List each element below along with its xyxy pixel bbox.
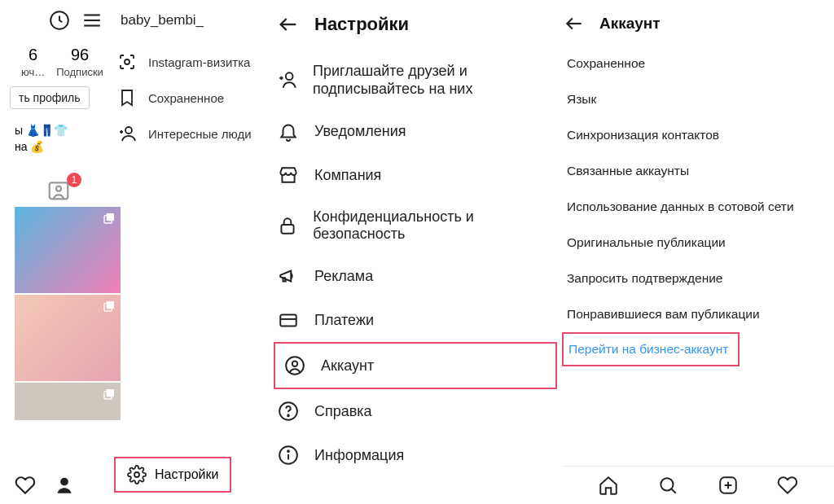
settings-menu-item[interactable]: Настройки (114, 457, 231, 493)
stat-following[interactable]: 96 Подписки (56, 46, 103, 78)
settings-invite[interactable]: Приглашайте друзей и подписывайтесь на н… (269, 50, 562, 109)
svg-point-14 (125, 127, 132, 134)
menu-discover[interactable]: Интересные люди (114, 116, 277, 151)
back-icon[interactable] (564, 13, 585, 34)
multi-post-icon (103, 388, 116, 401)
account-original[interactable]: Оригинальные публикации (562, 225, 834, 261)
svg-rect-8 (107, 301, 114, 309)
svg-point-12 (60, 478, 68, 486)
settings-title: Настройки (314, 14, 409, 35)
username[interactable]: baby_bembi_ (121, 12, 204, 28)
stat-posts[interactable]: 6 юч… (21, 46, 45, 78)
svg-point-26 (292, 362, 298, 367)
menu-icon[interactable] (81, 10, 103, 31)
menu-saved[interactable]: Сохраненное (114, 80, 277, 116)
edit-profile-button[interactable]: ть профиль (10, 86, 90, 109)
svg-point-19 (286, 72, 293, 80)
account-language[interactable]: Язык (562, 81, 834, 117)
svg-rect-22 (282, 225, 294, 234)
settings-privacy[interactable]: Конфиденциальность и безопасность (269, 197, 562, 254)
info-icon (277, 445, 300, 466)
settings-help[interactable]: Справка (269, 389, 562, 433)
svg-line-34 (672, 489, 676, 493)
bottom-navbar (562, 466, 834, 496)
nametag-icon (117, 52, 137, 72)
svg-point-33 (661, 478, 674, 490)
svg-rect-6 (107, 213, 114, 221)
svg-point-25 (286, 357, 304, 375)
bookmark-icon (117, 88, 137, 107)
account-title: Аккаунт (599, 15, 661, 33)
settings-ads[interactable]: Реклама (269, 254, 562, 298)
megaphone-icon (277, 265, 300, 287)
back-icon[interactable] (277, 13, 300, 36)
svg-rect-23 (280, 315, 296, 327)
photo-cell[interactable] (15, 295, 121, 381)
profile-icon[interactable] (54, 475, 75, 496)
tagged-tab-icon[interactable]: 1 (42, 177, 75, 202)
search-icon[interactable] (657, 475, 678, 496)
account-liked[interactable]: Понравившиеся вам публикации (562, 296, 834, 332)
gear-icon (127, 465, 147, 484)
menu-nametag[interactable]: Instagram-визитка (114, 44, 277, 80)
help-icon (277, 401, 300, 422)
account-verify[interactable]: Запросить подтверждение (562, 261, 834, 296)
storefront-icon (277, 164, 300, 186)
svg-rect-10 (107, 389, 114, 397)
settings-payments[interactable]: Платежи (269, 298, 562, 342)
heart-icon[interactable] (777, 475, 798, 496)
add-person-icon (117, 124, 137, 143)
add-post-icon[interactable] (718, 475, 739, 496)
photo-cell[interactable] (15, 207, 121, 293)
settings-notifications[interactable]: Уведомления (269, 109, 562, 153)
profile-panel: baby_bembi_ 6 юч… 96 Подписки ть профиль… (0, 0, 269, 504)
svg-point-28 (288, 415, 289, 417)
photo-grid (15, 207, 121, 420)
settings-about[interactable]: Информация (269, 433, 562, 477)
card-icon (277, 309, 300, 331)
heart-icon[interactable] (15, 475, 36, 496)
account-switch-business[interactable]: Перейти на бизнес-аккаунт (562, 332, 740, 366)
archive-icon[interactable] (49, 10, 70, 31)
profile-side-menu: Instagram-визитка Сохраненное Интересные… (114, 44, 277, 151)
account-panel: Аккаунт Сохраненное Язык Синхронизация к… (562, 0, 834, 504)
lock-icon (277, 215, 298, 236)
home-icon[interactable] (598, 475, 619, 496)
svg-point-5 (56, 186, 61, 191)
svg-point-31 (288, 450, 289, 452)
account-cellular[interactable]: Использование данных в сотовой сети (562, 189, 834, 225)
account-saved[interactable]: Сохраненное (562, 46, 834, 81)
account-sync[interactable]: Синхронизация контактов (562, 117, 834, 153)
svg-point-13 (125, 59, 129, 64)
notification-badge: 1 (67, 173, 81, 187)
settings-account[interactable]: Аккаунт (274, 342, 557, 389)
svg-point-17 (134, 472, 139, 477)
add-person-icon (277, 69, 298, 90)
settings-business[interactable]: Компания (269, 153, 562, 197)
multi-post-icon (103, 300, 116, 313)
person-circle-icon (283, 355, 306, 376)
bell-icon (277, 121, 300, 142)
account-linked[interactable]: Связанные аккаунты (562, 153, 834, 189)
photo-cell[interactable] (15, 383, 121, 420)
settings-panel: Настройки Приглашайте друзей и подписыва… (269, 0, 562, 504)
multi-post-icon (103, 212, 116, 225)
